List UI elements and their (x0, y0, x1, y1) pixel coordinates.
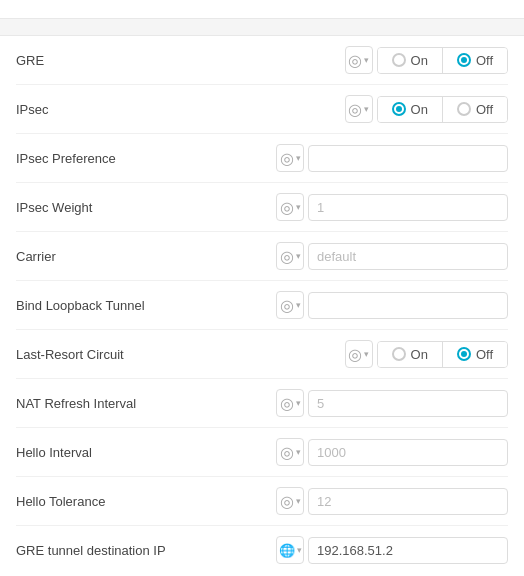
control-carrier: ◎▾ (276, 242, 508, 270)
label-hello-tolerance: Hello Tolerance (16, 494, 166, 509)
form-row-gre-destination: GRE tunnel destination IP🌐▾ (16, 526, 508, 574)
radio-label-gre-on: On (411, 53, 428, 68)
input-gre-destination[interactable] (308, 537, 508, 564)
radio-circle-ipsec-on (392, 102, 406, 116)
icon-btn-nat-refresh[interactable]: ◎▾ (276, 389, 304, 417)
control-ipsec-weight: ◎▾ (276, 193, 508, 221)
radio-option-gre-off[interactable]: Off (443, 48, 507, 73)
input-ipsec-weight[interactable] (308, 194, 508, 221)
control-bind-loopback: ◎▾ (276, 291, 508, 319)
input-ipsec-preference[interactable] (308, 145, 508, 172)
icon-btn-bind-loopback[interactable]: ◎▾ (276, 291, 304, 319)
radio-circle-last-resort-off (457, 347, 471, 361)
form-row-gre: GRE◎▾OnOff (16, 36, 508, 85)
form-row-hello-tolerance: Hello Tolerance◎▾ (16, 477, 508, 526)
label-gre-destination: GRE tunnel destination IP (16, 543, 166, 558)
label-ipsec-weight: IPsec Weight (16, 200, 166, 215)
control-ipsec-preference: ◎▾ (276, 144, 508, 172)
form-row-nat-refresh: NAT Refresh Interval◎▾ (16, 379, 508, 428)
radio-label-ipsec-on: On (411, 102, 428, 117)
icon-btn-ipsec-weight[interactable]: ◎▾ (276, 193, 304, 221)
radio-option-last-resort-off[interactable]: Off (443, 342, 507, 367)
radio-circle-ipsec-off (457, 102, 471, 116)
advanced-options-toggle[interactable] (0, 0, 524, 18)
control-gre: ◎▾OnOff (345, 46, 508, 74)
radio-circle-gre-off (457, 53, 471, 67)
label-ipsec: IPsec (16, 102, 166, 117)
globe-btn-gre-destination[interactable]: 🌐▾ (276, 536, 304, 564)
radio-option-ipsec-on[interactable]: On (378, 97, 443, 122)
control-ipsec: ◎▾OnOff (345, 95, 508, 123)
radio-label-ipsec-off: Off (476, 102, 493, 117)
icon-btn-hello-tolerance[interactable]: ◎▾ (276, 487, 304, 515)
radio-group-ipsec: OnOff (377, 96, 508, 123)
control-hello-tolerance: ◎▾ (276, 487, 508, 515)
form-row-last-resort: Last-Resort Circuit◎▾OnOff (16, 330, 508, 379)
encapsulation-section-label (0, 18, 524, 36)
form-row-hello-interval: Hello Interval◎▾ (16, 428, 508, 477)
input-hello-tolerance[interactable] (308, 488, 508, 515)
control-last-resort: ◎▾OnOff (345, 340, 508, 368)
radio-label-last-resort-off: Off (476, 347, 493, 362)
label-hello-interval: Hello Interval (16, 445, 166, 460)
icon-btn-last-resort[interactable]: ◎▾ (345, 340, 373, 368)
control-nat-refresh: ◎▾ (276, 389, 508, 417)
advanced-options-section: GRE◎▾OnOffIPsec◎▾OnOffIPsec Preference◎▾… (0, 0, 524, 574)
icon-btn-ipsec-preference[interactable]: ◎▾ (276, 144, 304, 172)
radio-circle-gre-on (392, 53, 406, 67)
input-carrier[interactable] (308, 243, 508, 270)
control-hello-interval: ◎▾ (276, 438, 508, 466)
form-row-carrier: Carrier◎▾ (16, 232, 508, 281)
input-nat-refresh[interactable] (308, 390, 508, 417)
icon-btn-ipsec[interactable]: ◎▾ (345, 95, 373, 123)
label-bind-loopback: Bind Loopback Tunnel (16, 298, 166, 313)
radio-group-last-resort: OnOff (377, 341, 508, 368)
radio-label-last-resort-on: On (411, 347, 428, 362)
label-gre: GRE (16, 53, 166, 68)
radio-group-gre: OnOff (377, 47, 508, 74)
form-row-bind-loopback: Bind Loopback Tunnel◎▾ (16, 281, 508, 330)
radio-option-ipsec-off[interactable]: Off (443, 97, 507, 122)
label-last-resort: Last-Resort Circuit (16, 347, 166, 362)
radio-option-last-resort-on[interactable]: On (378, 342, 443, 367)
radio-option-gre-on[interactable]: On (378, 48, 443, 73)
icon-btn-carrier[interactable]: ◎▾ (276, 242, 304, 270)
icon-btn-hello-interval[interactable]: ◎▾ (276, 438, 304, 466)
form-row-ipsec-weight: IPsec Weight◎▾ (16, 183, 508, 232)
form-fields: GRE◎▾OnOffIPsec◎▾OnOffIPsec Preference◎▾… (0, 36, 524, 574)
input-bind-loopback[interactable] (308, 292, 508, 319)
form-row-ipsec: IPsec◎▾OnOff (16, 85, 508, 134)
icon-btn-gre[interactable]: ◎▾ (345, 46, 373, 74)
form-row-ipsec-preference: IPsec Preference◎▾ (16, 134, 508, 183)
label-nat-refresh: NAT Refresh Interval (16, 396, 166, 411)
radio-label-gre-off: Off (476, 53, 493, 68)
input-hello-interval[interactable] (308, 439, 508, 466)
label-carrier: Carrier (16, 249, 166, 264)
label-ipsec-preference: IPsec Preference (16, 151, 166, 166)
control-gre-destination: 🌐▾ (276, 536, 508, 564)
radio-circle-last-resort-on (392, 347, 406, 361)
